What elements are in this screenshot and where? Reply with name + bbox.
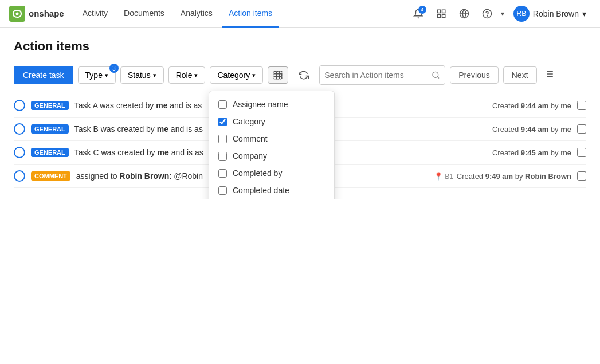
nav-documents[interactable]: Documents: [117, 0, 171, 28]
dropdown-item-label: Comment: [233, 134, 268, 143]
user-dropdown-arrow: ▾: [582, 9, 586, 18]
search-input[interactable]: [324, 71, 432, 80]
status-filter-button[interactable]: Status ▾: [120, 66, 164, 84]
svg-rect-3: [442, 10, 445, 13]
task-created-meta: Created 9:49 am by Robin Brown: [457, 172, 571, 181]
svg-rect-9: [274, 71, 283, 79]
dropdown-checkbox[interactable]: [218, 169, 227, 178]
task-meta: 📍 B1Created 9:49 am by Robin Brown: [434, 172, 571, 181]
search-field-area[interactable]: [319, 65, 445, 85]
task-status-circle[interactable]: [14, 100, 25, 111]
svg-point-14: [433, 72, 438, 77]
toolbar: Create task Type ▾ 3 Status ▾ Role ▾ Cat…: [14, 65, 586, 85]
dropdown-checkbox[interactable]: [218, 186, 227, 195]
list-view-button[interactable]: [542, 66, 556, 84]
dropdown-item-label: Category: [233, 117, 265, 126]
next-button[interactable]: Next: [503, 66, 537, 84]
status-filter-label: Status: [128, 71, 151, 80]
help-arrow: ▾: [501, 10, 504, 18]
task-meta: Created 9:44 am by me: [492, 101, 571, 110]
task-status-circle[interactable]: [14, 170, 25, 182]
dropdown-checkbox[interactable]: [218, 118, 227, 126]
dropdown-item[interactable]: Completed by: [209, 165, 334, 182]
dropdown-item-label: Completed date: [233, 186, 289, 195]
type-filter-button[interactable]: Type ▾ 3: [78, 66, 116, 84]
type-dropdown-arrow: ▾: [105, 72, 108, 79]
task-tag: GENERAL: [31, 101, 69, 110]
svg-rect-4: [437, 14, 440, 17]
dropdown-item-label: Completed by: [233, 169, 282, 178]
role-dropdown-arrow: ▾: [194, 72, 198, 79]
status-dropdown-arrow: ▾: [153, 72, 156, 79]
svg-line-15: [438, 77, 440, 79]
logo-text: onshape: [29, 9, 64, 18]
user-name: Robin Brown: [533, 9, 579, 18]
task-status-circle[interactable]: [14, 123, 25, 135]
role-filter-label: Role: [176, 71, 193, 80]
type-filter-badge: 3: [109, 64, 119, 73]
dropdown-checkbox[interactable]: [218, 100, 227, 109]
task-status-circle[interactable]: [14, 147, 25, 158]
previous-button[interactable]: Previous: [450, 66, 498, 84]
help-button[interactable]: [478, 5, 496, 23]
svg-rect-2: [437, 10, 440, 13]
columns-picker-button[interactable]: [268, 66, 288, 84]
top-navigation: onshape Activity Documents Analytics Act…: [0, 0, 600, 28]
page-content: Action items Create task Type ▾ 3 Status…: [0, 28, 600, 199]
task-meta: Created 9:45 am by me: [492, 148, 571, 157]
category-dropdown-arrow: ▾: [252, 72, 256, 79]
dropdown-checkbox[interactable]: [218, 135, 227, 143]
nav-icons-area: 4 ▾ RB Robin Brown ▾: [409, 3, 591, 24]
dropdown-item-label: Assignee name: [233, 100, 288, 109]
nav-activity[interactable]: Activity: [76, 0, 115, 28]
task-pin-icon: 📍 B1: [434, 172, 453, 181]
notification-badge: 4: [418, 6, 426, 14]
task-meta: Created 9:44 am by me: [492, 125, 571, 134]
task-created-meta: Created 9:45 am by me: [492, 148, 571, 157]
task-tag: GENERAL: [31, 148, 69, 157]
dropdown-item[interactable]: Category: [209, 113, 334, 130]
type-filter-label: Type: [85, 71, 103, 80]
column-picker-dropdown: Assignee nameCategoryCommentCompanyCompl…: [209, 91, 335, 199]
dropdown-checkbox[interactable]: [218, 152, 227, 161]
dropdown-item[interactable]: Comment: [209, 130, 334, 147]
task-select-checkbox[interactable]: [577, 171, 586, 181]
task-created-meta: Created 9:44 am by me: [492, 125, 571, 134]
grid-button[interactable]: [432, 5, 450, 23]
nav-action-items[interactable]: Action items: [222, 0, 279, 28]
task-tag: GENERAL: [31, 124, 69, 134]
dropdown-item-label: Company: [233, 151, 267, 161]
globe-button[interactable]: [455, 5, 473, 23]
task-select-checkbox[interactable]: [577, 148, 586, 157]
svg-rect-5: [442, 14, 445, 17]
task-created-meta: Created 9:44 am by me: [492, 101, 571, 110]
user-menu[interactable]: RB Robin Brown ▾: [509, 3, 591, 24]
task-tag: COMMENT: [31, 171, 70, 181]
refresh-button[interactable]: [293, 66, 315, 84]
category-filter-button[interactable]: Category ▾: [210, 66, 263, 84]
list-icon: [544, 69, 554, 79]
user-avatar: RB: [513, 6, 530, 22]
create-task-button[interactable]: Create task: [14, 66, 73, 84]
columns-icon: [273, 70, 283, 80]
task-select-checkbox[interactable]: [577, 101, 586, 110]
onshape-logo-icon: [9, 6, 25, 22]
search-icon: [432, 71, 440, 80]
dropdown-item[interactable]: Completed date: [209, 182, 334, 199]
refresh-icon: [299, 70, 309, 80]
page-title: Action items: [14, 39, 586, 54]
role-filter-button[interactable]: Role ▾: [168, 66, 206, 84]
notifications-button[interactable]: 4: [409, 5, 428, 23]
logo-area[interactable]: onshape: [9, 6, 64, 22]
dropdown-item[interactable]: Company: [209, 147, 334, 165]
dropdown-item[interactable]: Assignee name: [209, 96, 334, 113]
nav-analytics[interactable]: Analytics: [174, 0, 219, 28]
task-select-checkbox[interactable]: [577, 124, 586, 134]
category-filter-label: Category: [217, 71, 250, 80]
svg-point-1: [16, 12, 19, 15]
dropdown-item[interactable]: Creator: [209, 199, 334, 199]
